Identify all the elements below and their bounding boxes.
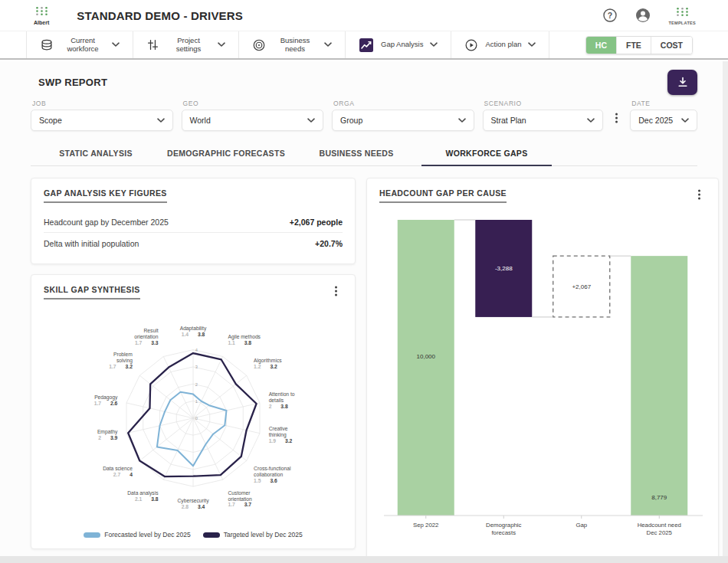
tab-demographic-forecasts[interactable]: DEMOGRAPHIC FORECASTS: [161, 141, 291, 166]
headcount-gap-title: HEADCOUNT GAP PER CAUSE: [379, 188, 507, 203]
headcount-gap-menu-button[interactable]: [693, 188, 706, 203]
scrollbar-track[interactable]: [723, 61, 728, 556]
filter-value: World: [190, 116, 211, 125]
key-figures-title: GAP ANALYSIS KEY FIGURES: [44, 188, 167, 203]
play-circle-icon: [464, 38, 478, 52]
headcount-gap-panel: HEADCOUNT GAP PER CAUSE 10,000-3,288+2,0…: [366, 178, 719, 563]
svg-text:Agile methods: Agile methods: [228, 334, 261, 340]
nav-item-project-settings[interactable]: Project settings: [133, 31, 239, 58]
radar-axis-label-customer-orientation: Customerorientation1.73.7: [228, 490, 252, 507]
skill-gap-menu-button[interactable]: [330, 285, 343, 300]
templates-label: TEMPLATES: [668, 21, 696, 25]
albert-logo-text: Albert: [34, 20, 49, 25]
filter-select-job[interactable]: Scope: [31, 110, 173, 131]
albert-logo[interactable]: Albert: [34, 5, 49, 25]
legend-swatch: [84, 532, 100, 538]
radar-tick-label: 1: [195, 399, 198, 404]
tab-workforce-gaps[interactable]: WORKFORCE GAPS: [421, 141, 552, 166]
radar-axis-label-result-orientation: Resultorientation1.73.3: [134, 328, 159, 345]
nav-item-gap-analysis[interactable]: Gap Analysis: [346, 31, 451, 58]
nav-item-label: Action plan: [485, 41, 521, 49]
filter-select-date[interactable]: Dec 2025: [630, 110, 697, 131]
account-avatar-icon[interactable]: [635, 7, 651, 24]
svg-text:23.9: 23.9: [98, 435, 117, 440]
svg-text:thinking: thinking: [269, 432, 287, 438]
filter-select-geo[interactable]: World: [182, 110, 324, 131]
nav-item-business-needs[interactable]: Business needs: [239, 31, 346, 58]
filter-select-orga[interactable]: Group: [332, 110, 474, 131]
chevron-down-icon: [587, 118, 595, 123]
waterfall-category-label: forecasts: [491, 529, 516, 536]
svg-text:orientation: orientation: [228, 496, 252, 502]
chevron-down-icon: [112, 42, 120, 47]
filter-orga: ORGAGroup: [332, 100, 474, 131]
waterfall-value-label: +2,067: [572, 283, 591, 290]
unit-toggle-fte[interactable]: FTE: [617, 37, 651, 54]
chevron-down-icon: [324, 42, 332, 47]
chevron-down-icon: [157, 118, 165, 123]
filter-bar: JOBScopeGEOWorldORGAGroupSCENARIOStrat P…: [31, 100, 697, 131]
chevron-down-icon: [218, 42, 225, 47]
waterfall-category-label: Headcount need: [638, 522, 681, 529]
key-figure-value: +20.7%: [315, 239, 343, 248]
scenario-menu-button[interactable]: [612, 112, 621, 131]
waterfall-value-label: -3,288: [495, 265, 513, 272]
svg-text:1.73.3: 1.73.3: [135, 340, 159, 345]
svg-text:1.13.8: 1.13.8: [228, 340, 251, 345]
svg-text:collaboration: collaboration: [254, 472, 283, 477]
unit-toggle-hc[interactable]: HC: [586, 37, 617, 54]
skill-gap-radar-chart: 01234Adaptability1.43.8Agile methods1.13…: [44, 303, 343, 529]
help-icon[interactable]: ?: [602, 8, 618, 23]
unit-toggle: HCFTECOST: [585, 36, 693, 54]
svg-text:2.83.4: 2.83.4: [182, 504, 205, 509]
nav-item-current-workforce[interactable]: Current workforce: [26, 31, 133, 58]
svg-text:2.74: 2.74: [113, 472, 133, 477]
templates-button[interactable]: TEMPLATES: [668, 6, 696, 25]
svg-text:Result: Result: [144, 328, 159, 333]
legend-item-targeted-level-by-dec-2025: Targeted level by Dec 2025: [203, 531, 303, 538]
filter-label: SCENARIO: [484, 100, 604, 107]
radar-series-target: [128, 353, 256, 476]
waterfall-bar-sep-2022[interactable]: [398, 220, 454, 516]
radar-axis-label-creative-thinking: Creativethinking1.93.2: [269, 426, 293, 443]
nav-item-label: Current workforce: [61, 37, 105, 54]
svg-text:?: ?: [608, 11, 612, 20]
radar-axis-label-algorithmics: Algorithmics1.23.2: [254, 358, 282, 369]
download-button[interactable]: [667, 70, 697, 95]
svg-text:Problem: Problem: [113, 352, 133, 357]
radar-series-forecast: [157, 392, 227, 466]
radar-tick-label: 0: [195, 416, 198, 421]
nav-item-label: Project settings: [166, 37, 211, 54]
waterfall-category-label: Demographic: [486, 522, 521, 529]
filter-select-scenario[interactable]: Strat Plan: [483, 110, 604, 131]
tab-static-analysis[interactable]: STATIC ANALYSIS: [31, 141, 161, 166]
key-figures-panel: GAP ANALYSIS KEY FIGURES Headcount gap b…: [31, 178, 356, 264]
svg-text:1.73.2: 1.73.2: [109, 364, 133, 369]
tabs: STATIC ANALYSISDEMOGRAPHIC FORECASTSBUSI…: [31, 141, 697, 166]
radar-axis-label-pedagogy: Pedagogy1.72.6: [94, 394, 118, 406]
waterfall-category-label: Dec 2025: [647, 529, 673, 536]
radar-axis-label-agile-methods: Agile methods1.13.8: [228, 334, 261, 345]
nav-item-action-plan[interactable]: Action plan: [451, 31, 549, 58]
svg-text:details: details: [269, 398, 284, 403]
legend-label: Targeted level by Dec 2025: [224, 531, 303, 538]
legend-item-forecasted-level-by-dec-2025: Forecasted level by Dec 2025: [84, 531, 190, 538]
radar-tick-label: 2: [195, 382, 198, 387]
waterfall-category-label: Sep 2022: [413, 522, 438, 529]
waterfall-bar-headcount-need-dec-2025[interactable]: [631, 256, 687, 516]
radar-axis-label-data-science: Data science2.74: [103, 466, 133, 477]
radar-axis-label-adaptability: Adaptability1.43.8: [180, 326, 207, 337]
waterfall-value-label: 10,000: [417, 353, 436, 360]
radar-tick-label: 3: [195, 365, 198, 369]
radar-axis-label-empathy: Empathy23.9: [97, 429, 118, 440]
waterfall-category-label: Gap: [576, 522, 587, 529]
legend-swatch: [203, 532, 220, 538]
sliders-icon: [146, 38, 159, 51]
tab-business-needs[interactable]: BUSINESS NEEDS: [291, 141, 421, 166]
filter-value: Group: [340, 116, 362, 125]
svg-text:Pedagogy: Pedagogy: [94, 394, 118, 401]
unit-toggle-cost[interactable]: COST: [651, 37, 692, 54]
skill-gap-panel: SKILL GAP SYNTHESIS 01234Adaptability1.4…: [31, 274, 356, 549]
svg-text:Algorithmics: Algorithmics: [254, 358, 282, 364]
report-title: SWP REPORT: [38, 77, 107, 88]
